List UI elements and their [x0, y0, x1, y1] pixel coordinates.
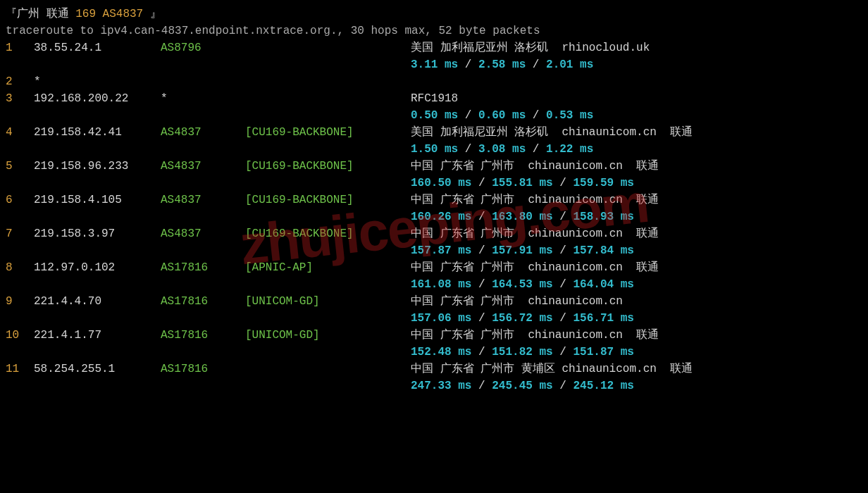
- latency-value: 156.71 ms: [573, 312, 633, 325]
- latency-value: 2.58 ms: [478, 58, 526, 71]
- hop-tag: [CU169-BACKBONE]: [245, 225, 411, 242]
- hop-asn: AS17816: [161, 361, 245, 377]
- hop-row: 9221.4.4.70AS17816[UNICOM-GD]中国 广东省 广州市 …: [6, 293, 862, 310]
- latency-value: 164.53 ms: [492, 278, 552, 291]
- hop-asn: AS4837: [161, 158, 245, 175]
- latency-value: 157.91 ms: [492, 244, 552, 257]
- hop-asn: AS4837: [161, 192, 245, 208]
- trace-title: 『广州 联通 169 AS4837 』: [6, 6, 862, 23]
- trace-command: traceroute to ipv4.can-4837.endpoint.nxt…: [6, 23, 862, 39]
- hop-ip: *: [34, 73, 161, 90]
- hop-latency: 160.50 ms / 155.81 ms / 159.59 ms: [6, 175, 862, 192]
- latency-separator: /: [526, 109, 546, 122]
- latency-separator: /: [458, 109, 478, 122]
- latency-separator: /: [471, 244, 492, 257]
- latency-value: 0.60 ms: [478, 109, 526, 122]
- hop-geo: 中国 广东省 广州市 chinaunicom.cn 联通: [411, 259, 862, 276]
- title-prefix: 『广州 联通: [6, 8, 75, 20]
- hop-tag: [CU169-BACKBONE]: [245, 158, 411, 175]
- latency-value: 3.11 ms: [411, 58, 458, 71]
- hop-number: 9: [6, 293, 34, 310]
- hop-tag: [APNIC-AP]: [245, 259, 411, 276]
- latency-separator: /: [553, 346, 574, 358]
- hop-asn: AS8796: [161, 39, 245, 56]
- hop-asn: AS17816: [161, 259, 245, 276]
- latency-value: 159.59 ms: [573, 177, 633, 189]
- latency-separator: /: [553, 278, 574, 291]
- hop-number: 4: [6, 124, 34, 141]
- latency-value: 161.08 ms: [411, 278, 471, 291]
- hop-asn: AS4837: [161, 124, 245, 141]
- hop-latency: 3.11 ms / 2.58 ms / 2.01 ms: [6, 56, 862, 73]
- latency-value: 157.06 ms: [411, 312, 471, 325]
- hop-geo: 美国 加利福尼亚州 洛杉矶 chinaunicom.cn 联通: [411, 124, 862, 141]
- hop-geo: 中国 广东省 广州市 chinaunicom.cn: [411, 293, 862, 310]
- hop-geo: RFC1918: [411, 90, 862, 107]
- latency-separator: /: [471, 211, 492, 223]
- latency-value: 160.50 ms: [411, 177, 471, 189]
- title-suffix: 』: [143, 8, 161, 20]
- hop-row: 5219.158.96.233AS4837[CU169-BACKBONE]中国 …: [6, 158, 862, 175]
- hop-asn: *: [161, 90, 245, 107]
- latency-value: 152.48 ms: [411, 346, 471, 358]
- hop-row: 10221.4.1.77AS17816[UNICOM-GD]中国 广东省 广州市…: [6, 327, 862, 344]
- latency-value: 1.22 ms: [546, 143, 593, 156]
- latency-separator: /: [553, 312, 574, 325]
- hop-latency: 0.50 ms / 0.60 ms / 0.53 ms: [6, 107, 862, 124]
- hop-row: 4219.158.42.41AS4837[CU169-BACKBONE]美国 加…: [6, 124, 862, 141]
- hop-asn: AS4837: [161, 225, 245, 242]
- hop-geo: 中国 广东省 广州市 黄埔区 chinaunicom.cn 联通: [411, 361, 862, 377]
- latency-value: 0.53 ms: [546, 109, 593, 122]
- hop-ip: 221.4.4.70: [34, 293, 161, 310]
- latency-value: 247.33 ms: [411, 380, 471, 392]
- hop-latency: 161.08 ms / 164.53 ms / 164.04 ms: [6, 276, 862, 293]
- latency-value: 2.01 ms: [546, 58, 593, 71]
- hop-number: 7: [6, 225, 34, 242]
- latency-separator: /: [553, 211, 574, 223]
- hop-asn: AS17816: [161, 293, 245, 310]
- hop-number: 5: [6, 158, 34, 175]
- hop-ip: 221.4.1.77: [34, 327, 161, 344]
- hop-latency: 247.33 ms / 245.45 ms / 245.12 ms: [6, 377, 862, 394]
- hop-number: 3: [6, 90, 34, 107]
- hop-ip: 219.158.96.233: [34, 158, 161, 175]
- latency-separator: /: [526, 143, 546, 156]
- hop-number: 8: [6, 259, 34, 276]
- latency-value: 151.82 ms: [492, 346, 552, 358]
- hop-ip: 58.254.255.1: [34, 361, 161, 377]
- hop-ip: 219.158.42.41: [34, 124, 161, 141]
- hop-number: 10: [6, 327, 34, 344]
- latency-separator: /: [553, 380, 574, 392]
- hop-row: 2*: [6, 73, 862, 90]
- hop-tag: [UNICOM-GD]: [245, 327, 411, 344]
- latency-separator: /: [471, 177, 492, 189]
- hop-row: 138.55.24.1AS8796美国 加利福尼亚州 洛杉矶 rhinoclou…: [6, 39, 862, 56]
- latency-value: 157.84 ms: [573, 244, 633, 257]
- latency-value: 151.87 ms: [573, 346, 633, 358]
- hop-list: 138.55.24.1AS8796美国 加利福尼亚州 洛杉矶 rhinoclou…: [6, 39, 862, 394]
- latency-value: 163.80 ms: [492, 211, 552, 223]
- hop-latency: 152.48 ms / 151.82 ms / 151.87 ms: [6, 344, 862, 361]
- latency-separator: /: [458, 143, 478, 156]
- hop-tag: [UNICOM-GD]: [245, 293, 411, 310]
- latency-separator: /: [471, 380, 492, 392]
- hop-ip: 38.55.24.1: [34, 39, 161, 56]
- latency-value: 155.81 ms: [492, 177, 552, 189]
- hop-ip: 219.158.4.105: [34, 192, 161, 208]
- latency-value: 160.26 ms: [411, 211, 471, 223]
- hop-geo: 中国 广东省 广州市 chinaunicom.cn 联通: [411, 158, 862, 175]
- hop-row: 1158.254.255.1AS17816中国 广东省 广州市 黄埔区 chin…: [6, 361, 862, 377]
- hop-ip: 219.158.3.97: [34, 225, 161, 242]
- hop-latency: 1.50 ms / 3.08 ms / 1.22 ms: [6, 141, 862, 158]
- title-asn: 169 AS4837: [75, 8, 143, 20]
- hop-row: 7219.158.3.97AS4837[CU169-BACKBONE]中国 广东…: [6, 225, 862, 242]
- hop-number: 2: [6, 73, 34, 90]
- hop-geo: 中国 广东省 广州市 chinaunicom.cn 联通: [411, 192, 862, 208]
- hop-number: 6: [6, 192, 34, 208]
- hop-number: 11: [6, 361, 34, 377]
- latency-value: 3.08 ms: [478, 143, 526, 156]
- hop-latency: 157.87 ms / 157.91 ms / 157.84 ms: [6, 242, 862, 259]
- latency-value: 164.04 ms: [573, 278, 633, 291]
- hop-number: 1: [6, 39, 34, 56]
- latency-separator: /: [458, 58, 478, 71]
